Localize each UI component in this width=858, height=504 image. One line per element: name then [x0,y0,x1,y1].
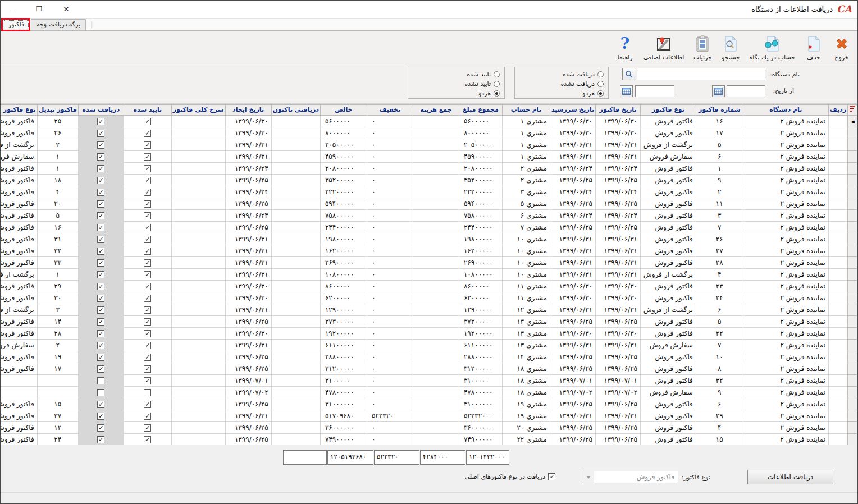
cell-total_cost[interactable] [413,127,459,139]
column-header-invoice_date[interactable]: تاریخ فاکتور [596,105,641,115]
cell-invoice_type[interactable]: فاکتور فروش [641,127,696,139]
cell-converted_type[interactable] [0,386,37,398]
cell-invoice_date[interactable]: ۱۳۹۹/۰۶/۳۱ [596,150,641,162]
cell-total_cost[interactable] [413,198,459,209]
cell-created_date[interactable]: ۱۳۹۹/۰۶/۳۰ [225,127,271,139]
cell-discount[interactable]: ۰ [367,351,413,363]
cell-confirmed[interactable] [124,339,171,351]
help-button[interactable]: ? راهنما [611,33,638,62]
cell-total_amount[interactable]: ۳۱۰۰۰۰۰۰ [459,398,502,410]
cell-total_amount[interactable]: ۶۱۱۰۰۰۰۰ [459,339,502,351]
cell-due_date[interactable]: ۱۳۹۹/۰۶/۳۰ [550,115,595,127]
cell-description[interactable] [171,421,225,433]
cell-due_date[interactable]: ۱۳۹۹/۰۶/۲۵ [550,174,595,186]
cell-net[interactable]: ۶۱۱۰۰۰۰۰ [320,339,367,351]
cell-invoice_date[interactable]: ۱۳۹۹/۰۶/۲۴ [596,209,641,221]
record-selector-cell[interactable] [848,115,857,127]
cell-radif[interactable] [828,351,847,363]
cell-due_date[interactable]: ۱۳۹۹/۰۷/۰۱ [550,374,595,386]
cell-invoice_type[interactable]: سفارش فروش [641,150,696,162]
cell-invoice_no[interactable]: ۶ [696,150,743,162]
cell-received[interactable] [78,150,124,162]
cell-received[interactable] [78,233,124,245]
cell-account[interactable]: مشتري ۱۰ [502,256,550,268]
cell-account[interactable]: مشتري ۱۲ [502,304,550,315]
cell-net[interactable]: ۳۶۰۰۰۰۰۰ [320,421,367,433]
cell-received[interactable] [78,339,124,351]
cell-device[interactable]: نمایندە فروش ۲ [743,198,828,209]
cell-due_date[interactable]: ۱۳۹۹/۰۶/۲۵ [550,221,595,233]
record-selector-cell[interactable] [848,315,857,327]
cell-converted_type[interactable]: سفارش فروش [0,339,37,351]
cell-converted_no[interactable]: ۱ [37,162,78,174]
column-header-account[interactable]: نام حساب [502,105,550,115]
cell-discount[interactable]: ۰ [367,127,413,139]
cell-confirmed[interactable] [124,363,171,374]
cell-radif[interactable] [828,421,847,433]
cell-converted_type[interactable]: فاکتور فروش [0,198,37,209]
cell-confirmed[interactable] [124,150,171,162]
cell-created_date[interactable]: ۱۳۹۹/۰۶/۳۱ [225,139,271,150]
cell-net[interactable]: ۶۲۰۰۰۰۰ [320,292,367,304]
cell-total_cost[interactable] [413,245,459,256]
cell-net[interactable]: ۲۰۵۰۰۰۰۰ [320,139,367,150]
cell-account[interactable]: مشتري ۱۹ [502,410,550,421]
cell-converted_no[interactable]: ۱ [37,268,78,280]
cell-confirmed[interactable] [124,209,171,221]
exit-button[interactable]: خروج [828,33,855,62]
table-row[interactable]: نمایندە فروش ۲۱۰فاکتور فروش۱۳۹۹/۰۶/۲۵۱۳۹… [0,351,857,363]
cell-account[interactable]: مشتري ۱۴ [502,351,550,363]
cell-invoice_no[interactable]: ۶ [696,398,743,410]
cell-invoice_date[interactable]: ۱۳۹۹/۰۶/۲۵ [596,221,641,233]
cell-due_date[interactable]: ۱۳۹۹/۰۶/۲۵ [550,433,595,445]
cell-total_amount[interactable]: ۵۹۴۰۰۰۰۰ [459,198,502,209]
cell-received_so_far[interactable] [271,256,320,268]
cell-description[interactable] [171,115,225,127]
cell-total_cost[interactable] [413,351,459,363]
record-selector-header[interactable] [848,105,857,115]
cell-received[interactable] [78,127,124,139]
table-row[interactable]: نمایندە فروش ۲۵فاکتور فروش۱۳۹۹/۰۶/۲۵۱۳۹۹… [0,315,857,327]
cell-account[interactable]: مشتري ۵ [502,198,550,209]
cell-net[interactable]: ۵۶۰۰۰۰۰ [320,115,367,127]
cell-account[interactable]: مشتري ۱ [502,127,550,139]
cell-radif[interactable] [828,186,847,198]
cell-invoice_no[interactable]: ۲۶ [696,233,743,245]
details-button[interactable]: جزئیات [689,33,716,62]
cell-total_amount[interactable]: ۸۶۰۰۰۰۰ [459,280,502,292]
record-selector-cell[interactable] [848,256,857,268]
cell-converted_type[interactable]: فاکتور فروش [0,174,37,186]
cell-received_so_far[interactable] [271,150,320,162]
cell-description[interactable] [171,292,225,304]
cell-invoice_date[interactable]: ۱۳۹۹/۰۶/۳۱ [596,304,641,315]
cell-radif[interactable] [828,150,847,162]
cell-due_date[interactable]: ۱۳۹۹/۰۶/۳۱ [550,139,595,150]
cell-converted_no[interactable]: ۲۹ [37,280,78,292]
cell-discount[interactable]: ۰ [367,233,413,245]
cell-radif[interactable] [828,174,847,186]
cell-invoice_no[interactable]: ۶ [696,304,743,315]
table-row[interactable]: نمایندە فروش ۲۲۲فاکتور فروش۱۳۹۹/۰۶/۳۰۱۳۹… [0,327,857,339]
cell-converted_type[interactable] [0,374,37,386]
cell-invoice_no[interactable]: ۲۲ [696,327,743,339]
cell-received_so_far[interactable] [271,174,320,186]
cell-due_date[interactable]: ۱۳۹۹/۰۶/۳۰ [550,327,595,339]
cell-received[interactable] [78,198,124,209]
cell-net[interactable]: ۲۰۸۰۰۰۰۰ [320,162,367,174]
cell-invoice_no[interactable]: ۳۲ [696,374,743,386]
record-selector-cell[interactable] [848,245,857,256]
cell-invoice_no[interactable]: ۱۰ [696,351,743,363]
cell-account[interactable]: مشتري ۱ [502,150,550,162]
cell-net[interactable]: ۳۷۳۰۰۰۰۰ [320,315,367,327]
cell-description[interactable] [171,209,225,221]
table-row[interactable]: نمایندە فروش ۲۲۳فاکتور فروش۱۳۹۹/۰۶/۳۰۱۳۹… [0,280,857,292]
cell-invoice_type[interactable]: فاکتور فروش [641,280,696,292]
maximize-icon[interactable] [31,2,48,16]
cell-created_date[interactable]: ۱۳۹۹/۰۶/۲۵ [225,315,271,327]
cell-discount[interactable]: ۰ [367,421,413,433]
cell-total_amount[interactable]: ۲۰۵۰۰۰۰۰ [459,139,502,150]
cell-account[interactable]: مشتري ۲ [502,162,550,174]
cell-converted_no[interactable]: ۱۲ [37,421,78,433]
cell-converted_no[interactable] [37,374,78,386]
cell-discount[interactable]: ۰ [367,186,413,198]
